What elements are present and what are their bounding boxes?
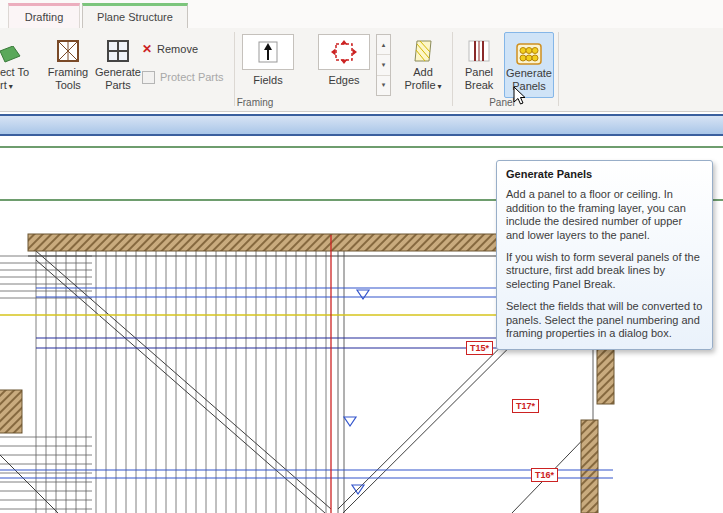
tooltip-generate-panels: Generate Panels Add a panel to a floor o… — [496, 160, 713, 350]
left-wall — [0, 390, 22, 433]
clipped-button-icon — [0, 32, 40, 66]
truss-label: T15* — [466, 341, 493, 355]
add-profile-button[interactable]: Add Profile▾ — [398, 32, 448, 98]
app-screen: { "tabs": { "drafting": "Drafting", "pla… — [0, 0, 723, 513]
gallery-expand-button[interactable]: ▾ — [377, 76, 390, 95]
generate-panels-button[interactable]: Generate Panels — [504, 32, 554, 98]
tooltip-paragraph-2: If you wish to form several panels of th… — [506, 251, 703, 291]
dropdown-arrow-icon: ▾ — [438, 82, 442, 91]
triangle-marker — [344, 417, 356, 426]
mouse-cursor — [513, 86, 527, 110]
framing-tools-button[interactable]: Framing Tools — [44, 32, 92, 98]
group-separator — [234, 32, 235, 106]
add-profile-icon — [398, 32, 448, 66]
tooltip-paragraph-1: Add a panel to a floor or ceiling. In ad… — [506, 188, 703, 242]
protect-parts-checkbox — [142, 71, 155, 84]
tooltip-paragraph-3: Select the fields that will be converted… — [506, 300, 703, 340]
group-label-framing: Framing — [225, 97, 285, 108]
level-markers — [344, 290, 369, 494]
framing-tools-icon — [44, 32, 92, 66]
generate-parts-label: Generate — [95, 66, 141, 78]
edges-button[interactable]: Edges — [318, 34, 370, 86]
tab-drafting[interactable]: Drafting — [8, 3, 80, 28]
gallery-up-button[interactable]: ▴ — [377, 35, 390, 55]
tab-drafting-label: Drafting — [25, 11, 64, 23]
ribbon: ect To rt▾ Framing Tools Generate Parts … — [0, 28, 723, 112]
clipped-button-label-2: rt — [0, 79, 7, 91]
generate-parts-icon — [94, 32, 142, 66]
panel-break-icon — [456, 32, 502, 66]
right-wall-lower — [581, 420, 598, 513]
truss-label: T16* — [531, 468, 558, 482]
remove-button[interactable]: ✕ Remove — [142, 40, 198, 58]
add-profile-label: Add — [413, 66, 433, 78]
protect-parts-button[interactable]: Protect Parts — [142, 68, 224, 86]
fields-icon — [242, 34, 294, 70]
gallery-down-button[interactable]: ▾ — [377, 55, 390, 75]
edges-icon — [318, 34, 370, 70]
fields-button[interactable]: Fields — [242, 34, 294, 86]
gallery-scroll: ▴ ▾ ▾ — [376, 34, 391, 96]
remove-label: Remove — [157, 43, 198, 55]
triangle-marker — [357, 290, 369, 299]
framing-tools-label: Framing — [48, 66, 88, 78]
generate-panels-label: Generate — [506, 67, 552, 79]
clipped-left-button[interactable]: ect To rt▾ — [0, 32, 40, 98]
tab-plane-structure-label: Plane Structure — [97, 11, 173, 23]
protect-parts-label: Protect Parts — [160, 71, 224, 83]
tab-plane-structure[interactable]: Plane Structure — [82, 3, 188, 28]
group-separator — [452, 32, 453, 106]
edges-label: Edges — [318, 74, 370, 86]
generate-panels-icon — [505, 33, 553, 67]
horizontal-blue-bar — [0, 114, 723, 136]
panel-break-button[interactable]: Panel Break — [456, 32, 502, 98]
fields-label: Fields — [242, 74, 294, 86]
generate-parts-button[interactable]: Generate Parts — [94, 32, 142, 98]
remove-icon: ✕ — [142, 42, 152, 56]
panel-break-label: Panel — [465, 66, 493, 78]
clipped-button-label-1: ect To — [0, 66, 29, 78]
tooltip-title: Generate Panels — [506, 168, 703, 181]
truss-label: T17* — [512, 399, 539, 413]
group-separator — [558, 32, 559, 106]
ribbon-tab-bar: Drafting Plane Structure — [0, 0, 723, 28]
dropdown-arrow-icon: ▾ — [9, 82, 13, 91]
